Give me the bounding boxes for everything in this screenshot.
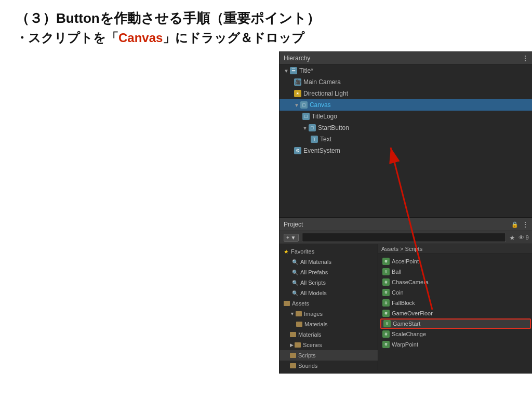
fallblock-label: FallBlock: [392, 300, 415, 306]
project-main-area: Assets > Scripts # AccelPoint # Ball # C: [378, 244, 532, 370]
images-arrow: ▼: [290, 311, 295, 316]
assets-folder-icon: [284, 301, 290, 306]
project-star-icon[interactable]: ★: [509, 234, 515, 242]
hierarchy-panel: Hierarchy ⋮ ▼ ☰ Title* 🎥 Main Camera ☀ D…: [279, 51, 532, 218]
project-sidebar: ★ Favorites 🔍 All Materials 🔍 All Prefab…: [280, 244, 378, 370]
fallblock-hash-icon: #: [382, 299, 390, 307]
sounds-folder-icon: [290, 363, 296, 368]
hierarchy-item-text[interactable]: T Text: [280, 134, 532, 145]
header-line1: （３）Buttonを作動させる手順（重要ポイント）: [16, 9, 516, 28]
materials-label: Materials: [298, 331, 322, 338]
sidebar-item-all-models[interactable]: 🔍 All Models: [280, 288, 378, 298]
scenes-folder-icon: [295, 342, 301, 348]
titlelogo-icon: □: [302, 113, 310, 120]
eventsystem-icon: ⚙: [294, 147, 301, 154]
header-area: （３）Buttonを作動させる手順（重要ポイント） ・スクリプトを「Canvas…: [0, 0, 532, 51]
startbutton-label: StartButton: [318, 124, 349, 131]
hierarchy-item-directional-light[interactable]: ☀ Directional Light: [280, 88, 532, 99]
script-item-gameoverfloor[interactable]: # GameOverFloor: [380, 308, 531, 318]
titlelogo-label: TitleLogo: [312, 113, 337, 120]
breadcrumb: Assets > Scripts: [378, 244, 532, 254]
sidebar-item-all-materials[interactable]: 🔍 All Materials: [280, 257, 378, 267]
project-lock-icon[interactable]: 🔒: [511, 221, 518, 228]
sidebar-item-images[interactable]: ▼ Images: [280, 309, 378, 319]
all-prefabs-label: All Prefabs: [300, 269, 328, 275]
canvas-arrow: ▼: [294, 102, 299, 108]
warppoint-hash-icon: #: [382, 341, 390, 348]
canvas-icon: □: [300, 101, 308, 109]
sounds-label: Sounds: [298, 363, 317, 369]
favorites-star-icon: ★: [284, 248, 289, 255]
accelpoint-hash-icon: #: [382, 258, 390, 265]
assets-label: Assets: [292, 300, 309, 307]
hierarchy-item-canvas[interactable]: ▼ □ Canvas: [280, 99, 532, 111]
directional-light-icon: ☀: [294, 90, 301, 97]
hierarchy-item-eventsystem[interactable]: ⚙ EventSystem: [280, 145, 532, 156]
sidebar-item-scripts[interactable]: Scripts: [280, 350, 378, 361]
sidebar-item-materials[interactable]: Materials: [280, 329, 378, 340]
accelpoint-label: AccelPoint: [392, 258, 419, 264]
ball-label: Ball: [392, 269, 401, 275]
project-header: Project 🔒 ⋮: [280, 218, 532, 231]
gamestart-hash-icon: #: [383, 320, 391, 327]
project-body: ★ Favorites 🔍 All Materials 🔍 All Prefab…: [280, 244, 532, 370]
sidebar-item-assets[interactable]: Assets: [280, 298, 378, 309]
script-item-warppoint[interactable]: # WarpPoint: [380, 339, 531, 350]
coin-label: Coin: [392, 289, 404, 296]
main-camera-label: Main Camera: [303, 78, 341, 86]
coin-hash-icon: #: [382, 289, 390, 296]
images-materials-folder-icon: [296, 322, 302, 327]
all-models-search-icon: 🔍: [292, 290, 298, 296]
text-icon: T: [311, 136, 318, 143]
scripts-folder-icon: [290, 353, 296, 358]
scalechange-label: ScaleChange: [392, 331, 426, 337]
hierarchy-item-startbutton[interactable]: ▼ □ StartButton: [280, 122, 532, 134]
images-folder-icon: [296, 311, 302, 316]
all-scripts-label: All Scripts: [300, 280, 326, 286]
sidebar-item-scenes[interactable]: ▶ Scenes: [280, 340, 378, 350]
project-toolbar: + ▼ ★ 👁 9: [280, 231, 532, 244]
unity-container: Hierarchy ⋮ ▼ ☰ Title* 🎥 Main Camera ☀ D…: [279, 51, 532, 374]
project-eye-icon[interactable]: 👁 9: [518, 234, 529, 241]
startbutton-arrow: ▼: [302, 125, 308, 131]
sidebar-item-favorites[interactable]: ★ Favorites: [280, 246, 378, 257]
scalechange-hash-icon: #: [382, 330, 390, 338]
sidebar-item-images-materials[interactable]: Materials: [280, 319, 378, 329]
project-panel: Project 🔒 ⋮ + ▼ ★ 👁 9 ★ Favorites: [279, 218, 532, 374]
header-line2-prefix: ・スクリプトを「: [16, 31, 118, 45]
hierarchy-item-title[interactable]: ▼ ☰ Title*: [280, 65, 532, 76]
all-scripts-search-icon: 🔍: [292, 280, 298, 286]
title-arrow: ▼: [284, 68, 289, 74]
images-materials-label: Materials: [304, 321, 328, 327]
materials-folder-icon: [290, 332, 296, 337]
all-models-label: All Models: [300, 290, 327, 296]
sidebar-item-all-scripts[interactable]: 🔍 All Scripts: [280, 277, 378, 288]
project-search-input[interactable]: [302, 233, 506, 242]
header-line2: ・スクリプトを「Canvas」にドラッグ＆ドロップ: [16, 30, 516, 46]
text-label: Text: [320, 136, 331, 143]
script-item-gamestart[interactable]: # GameStart: [380, 318, 531, 329]
hierarchy-item-titlelogo[interactable]: □ TitleLogo: [280, 111, 532, 122]
script-item-fallblock[interactable]: # FallBlock: [380, 298, 531, 308]
script-item-coin[interactable]: # Coin: [380, 287, 531, 298]
page-container: （３）Buttonを作動させる手順（重要ポイント） ・スクリプトを「Canvas…: [0, 0, 532, 399]
script-item-scalechange[interactable]: # ScaleChange: [380, 329, 531, 339]
startbutton-icon: □: [309, 124, 316, 131]
project-add-button[interactable]: + ▼: [284, 234, 299, 242]
script-item-ball[interactable]: # Ball: [380, 267, 531, 277]
all-materials-label: All Materials: [300, 259, 331, 265]
gamestart-label: GameStart: [393, 321, 420, 327]
project-dots-menu[interactable]: ⋮: [522, 220, 529, 229]
sidebar-item-sounds[interactable]: Sounds: [280, 361, 378, 370]
gameoverfloor-label: GameOverFloor: [392, 310, 433, 316]
script-item-chasecamera[interactable]: # ChaseCamera: [380, 277, 531, 287]
script-item-accelpoint[interactable]: # AccelPoint: [380, 256, 531, 267]
header-line2-suffix: 」にドラッグ＆ドロップ: [163, 31, 304, 45]
hierarchy-item-main-camera[interactable]: 🎥 Main Camera: [280, 76, 532, 88]
title-label: Title*: [299, 67, 313, 74]
sidebar-item-all-prefabs[interactable]: 🔍 All Prefabs: [280, 267, 378, 277]
hierarchy-dots-menu[interactable]: ⋮: [522, 54, 529, 62]
scenes-label: Scenes: [303, 342, 322, 348]
chasecamera-hash-icon: #: [382, 278, 390, 286]
all-prefabs-search-icon: 🔍: [292, 270, 298, 275]
